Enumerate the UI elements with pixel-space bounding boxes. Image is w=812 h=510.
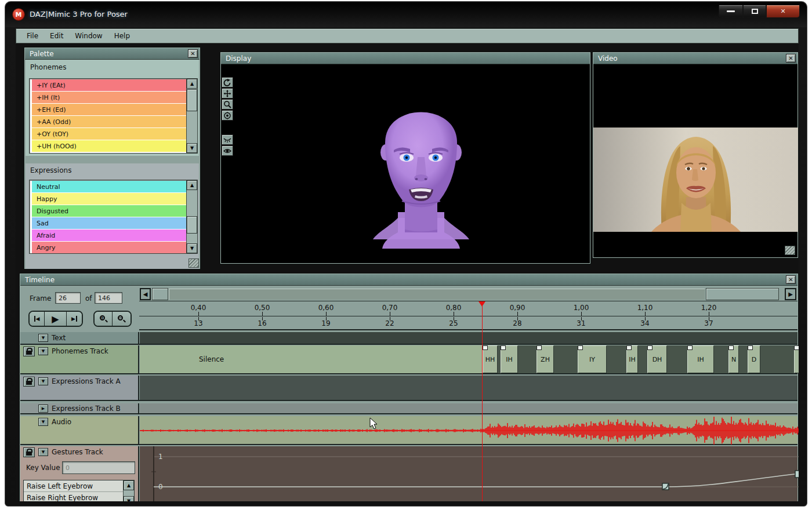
timeline-close-button[interactable]: ✕	[786, 275, 796, 284]
timeline-h-scrollbar[interactable]: ◀ ▶	[139, 287, 798, 301]
phoneme-block-ih[interactable]: IH	[626, 345, 638, 373]
phoneme-scrollbar[interactable]: ▲ ▼	[186, 79, 197, 153]
lock-button[interactable]	[23, 377, 35, 387]
phoneme-item[interactable]: +OY (tOY)	[32, 128, 186, 140]
key-value-input[interactable]: 0	[62, 461, 135, 474]
rotate-tool-button[interactable]	[222, 77, 233, 88]
scroll-up-button[interactable]: ▲	[187, 180, 197, 190]
expression-item[interactable]: Disgusted	[32, 205, 186, 217]
menu-item-help[interactable]: Help	[108, 30, 136, 42]
phoneme-item[interactable]: +EH (Ed)	[32, 104, 186, 115]
expand-button[interactable]: ▶	[38, 405, 48, 413]
minimize-button[interactable]	[719, 5, 743, 18]
phoneme-item[interactable]: +IY (EAt)	[32, 79, 186, 91]
phoneme-block-notch	[748, 345, 753, 350]
target-tool-button[interactable]	[222, 110, 233, 121]
expressions-a-content[interactable]	[140, 376, 798, 400]
video-viewport[interactable]	[593, 64, 798, 257]
phoneme-item[interactable]: +UH (hOOd)	[32, 140, 186, 152]
video-resize-grip[interactable]	[785, 246, 795, 255]
scroll-down-button[interactable]: ▼	[124, 496, 134, 501]
dropdown-button[interactable]: ▼	[38, 347, 48, 355]
keyframe-handle-edge[interactable]	[795, 471, 799, 478]
audio-track-content[interactable]	[140, 416, 798, 444]
phoneme-block-ih[interactable]: IH	[687, 345, 714, 373]
phoneme-item[interactable]: +AA (Odd)	[32, 116, 186, 128]
expression-scrollbar[interactable]: ▲ ▼	[186, 180, 197, 253]
phoneme-block-zh[interactable]: ZH	[536, 345, 554, 373]
timeline-title-bar[interactable]: Timeline	[20, 274, 798, 286]
dropdown-button[interactable]: ▼	[38, 377, 48, 385]
time-ruler[interactable]: 0,400,500,600,700,800,901,001,101,20	[139, 301, 798, 316]
eye-open-button[interactable]	[222, 145, 233, 156]
expression-item[interactable]: Happy	[32, 193, 186, 205]
menu-item-file[interactable]: File	[21, 30, 44, 42]
phoneme-block-d[interactable]: D	[748, 345, 760, 373]
play-button[interactable]: ▶	[45, 312, 67, 326]
video-close-button[interactable]: ✕	[786, 54, 796, 63]
eye-closed-button[interactable]	[222, 134, 233, 145]
frame-current-input[interactable]: 26	[55, 292, 81, 304]
palette-close-button[interactable]: ✕	[188, 49, 198, 58]
display-viewport[interactable]	[221, 64, 590, 263]
maximize-button[interactable]	[743, 5, 766, 18]
gesture-scrollbar[interactable]: ▲ ▼	[123, 480, 134, 501]
scroll-left-button[interactable]: ◀	[140, 288, 151, 300]
phoneme-item[interactable]: +IH (It)	[32, 92, 186, 103]
playhead-marker[interactable]	[478, 301, 485, 307]
scroll-thumb[interactable]	[187, 89, 197, 111]
dropdown-button[interactable]: ▼	[38, 418, 48, 426]
title-bar[interactable]: M DAZ|Mimic 3 Pro for Poser ✕	[5, 2, 807, 27]
palette-resize-grip[interactable]	[188, 258, 199, 268]
scroll-down-button[interactable]: ▼	[187, 243, 197, 253]
playhead-line[interactable]	[482, 301, 483, 501]
gestures-track-content[interactable]: 1 0	[140, 446, 798, 501]
menu-item-window[interactable]: Window	[69, 30, 108, 42]
expression-item[interactable]: Angry	[32, 242, 186, 253]
text-track-content[interactable]	[140, 332, 798, 344]
phoneme-block-hh[interactable]: HH	[483, 345, 498, 373]
pan-tool-button[interactable]	[222, 88, 233, 99]
palette-title-bar[interactable]: Palette	[25, 48, 200, 60]
scroll-down-button[interactable]: ▼	[187, 143, 197, 153]
scroll-up-button[interactable]: ▲	[187, 79, 197, 89]
phoneme-block-dh[interactable]: DH	[647, 345, 667, 373]
gesture-item[interactable]: Raise Right Eyebrow	[24, 492, 124, 501]
scroll-right-button[interactable]: ▶	[785, 288, 796, 300]
dropdown-button[interactable]: ▼	[38, 448, 48, 456]
expression-item[interactable]: Neutral	[32, 181, 186, 192]
collapsed-icon: ▶	[42, 406, 45, 411]
zoom-tool-button[interactable]	[222, 99, 233, 110]
go-to-end-button[interactable]: ▶	[67, 312, 82, 326]
scroll-page-block[interactable]	[706, 288, 779, 300]
scroll-thumb[interactable]	[187, 216, 197, 234]
frame-ruler[interactable]: 131619222528313437	[139, 317, 798, 330]
lock-button[interactable]	[23, 447, 35, 457]
scroll-thumb[interactable]	[152, 288, 168, 300]
phoneme-block[interactable]	[794, 345, 799, 373]
expression-item[interactable]: Sad	[32, 217, 186, 229]
zoom-in-button[interactable]: +	[95, 312, 113, 326]
zoom-out-button[interactable]: −	[113, 312, 130, 326]
phoneme-block-iy[interactable]: IY	[578, 345, 607, 373]
phoneme-block-n[interactable]: N	[728, 345, 739, 373]
video-title-bar[interactable]: Video	[593, 53, 798, 64]
lock-button[interactable]	[23, 347, 35, 356]
scroll-track[interactable]	[169, 289, 705, 300]
gesture-item[interactable]: Raise Left Eyebrow	[24, 480, 124, 492]
time-tick-label: 0,50	[255, 304, 270, 312]
expressions-b-content[interactable]	[140, 403, 798, 413]
scroll-up-button[interactable]: ▲	[124, 480, 134, 490]
scroll-down-icon: ▼	[127, 498, 130, 501]
display-title-bar[interactable]: Display	[221, 53, 590, 64]
menu-item-edit[interactable]: Edit	[44, 30, 69, 42]
expression-item[interactable]: Afraid	[32, 230, 186, 241]
go-to-start-button[interactable]: ◀	[30, 312, 45, 326]
head-3d-render	[366, 88, 476, 250]
frame-total-input[interactable]: 146	[95, 292, 122, 304]
phoneme-block-ih[interactable]: IH	[501, 345, 518, 373]
close-button[interactable]: ✕	[766, 5, 800, 18]
end-bar	[76, 316, 77, 322]
phonemes-track-content[interactable]: Silence HHIHZHIYIHDHIHND	[140, 345, 798, 373]
dropdown-button[interactable]: ▼	[38, 334, 48, 342]
